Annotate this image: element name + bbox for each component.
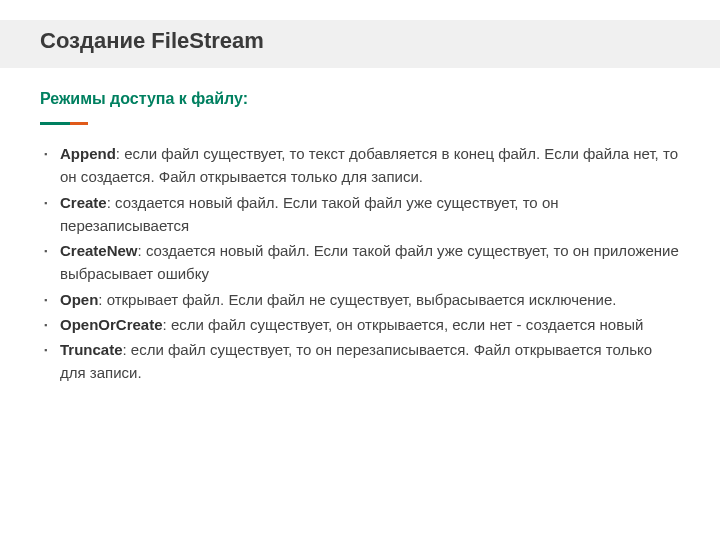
mode-desc: : создается новый файл. Если такой файл …: [60, 242, 679, 282]
mode-term: Open: [60, 291, 98, 308]
mode-term: Truncate: [60, 341, 123, 358]
page-title: Создание FileStream: [40, 28, 680, 54]
accent-seg-green: [40, 122, 70, 125]
title-bar: Создание FileStream: [0, 20, 720, 68]
list-item: Truncate: если файл существует, то он пе…: [40, 338, 680, 385]
mode-desc: : открывает файл. Если файл не существуе…: [98, 291, 616, 308]
slide: Создание FileStream Режимы доступа к фай…: [0, 0, 720, 540]
mode-desc: : если файл существует, он открывается, …: [163, 316, 644, 333]
mode-term: OpenOrCreate: [60, 316, 163, 333]
modes-list: Append: если файл существует, то текст д…: [40, 142, 680, 385]
mode-term: Create: [60, 194, 107, 211]
list-item: Append: если файл существует, то текст д…: [40, 142, 680, 189]
accent-seg-orange: [70, 122, 88, 125]
subtitle: Режимы доступа к файлу:: [40, 90, 680, 108]
list-item: CreateNew: создается новый файл. Если та…: [40, 239, 680, 286]
mode-term: Append: [60, 145, 116, 162]
mode-desc: : если файл существует, то текст добавля…: [60, 145, 678, 185]
list-item: Create: создается новый файл. Если такой…: [40, 191, 680, 238]
list-item: OpenOrCreate: если файл существует, он о…: [40, 313, 680, 336]
mode-term: CreateNew: [60, 242, 138, 259]
mode-desc: : если файл существует, то он перезаписы…: [60, 341, 652, 381]
mode-desc: : создается новый файл. Если такой файл …: [60, 194, 559, 234]
list-item: Open: открывает файл. Если файл не сущес…: [40, 288, 680, 311]
